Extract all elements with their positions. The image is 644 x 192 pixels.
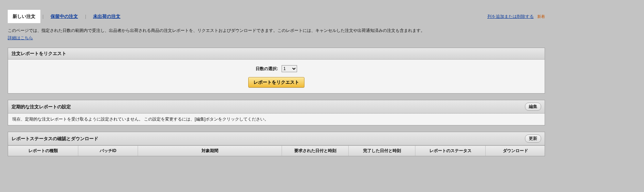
col-completed: 完了した日付と時刻 — [349, 146, 415, 156]
col-status: レポートのステータス — [415, 146, 486, 156]
col-download: ダウンロード — [486, 146, 545, 156]
tab-separator: | — [83, 14, 88, 19]
refresh-button[interactable]: 更新 — [525, 135, 541, 143]
report-status-panel: レポートステータスの確認とダウンロード 更新 レポートの種類 バッチID 対象期… — [8, 132, 545, 156]
tab-separator: | — [40, 14, 46, 19]
request-report-panel: 注文レポートをリクエスト 日数の選択: 1 レポートをリクエスト — [8, 48, 545, 94]
tab-new-orders[interactable]: 新しい注文 — [8, 10, 40, 23]
add-remove-columns-link[interactable]: 列を追加または削除する — [487, 14, 534, 20]
order-report-tabs: 新しい注文 | 保留中の注文 | 未出荷の注文 — [8, 10, 125, 23]
col-batch-id: バッチID — [78, 146, 138, 156]
scheduled-report-title: 定期的な注文レポートの設定 — [12, 104, 71, 110]
days-label: 日数の選択: — [256, 66, 278, 72]
tab-unshipped-orders[interactable]: 未出荷の注文 — [88, 10, 125, 23]
request-report-title: 注文レポートをリクエスト — [12, 50, 66, 57]
col-period: 対象期間 — [138, 146, 282, 156]
tab-pending-orders[interactable]: 保留中の注文 — [46, 10, 83, 23]
page-description: このページでは、指定された日数の範囲内で受注し、出品者から出荷される商品の注文レ… — [8, 28, 425, 33]
days-select[interactable]: 1 — [282, 65, 297, 72]
edit-button[interactable]: 編集 — [525, 103, 541, 111]
scheduled-report-panel: 定期的な注文レポートの設定 編集 現在、定期的な注文レポートを受け取るように設定… — [8, 100, 545, 125]
learn-more-link[interactable]: 詳細はこちら — [8, 35, 33, 41]
col-report-type: レポートの種類 — [8, 146, 78, 156]
new-badge: 新着 — [537, 14, 545, 19]
scheduled-report-message: 現在、定期的な注文レポートを受け取るように設定されていません。 この設定を変更す… — [8, 114, 545, 125]
col-requested: 要求された日付と時刻 — [282, 146, 349, 156]
report-status-table-header: レポートの種類 バッチID 対象期間 要求された日付と時刻 完了した日付と時刻 … — [8, 145, 545, 156]
request-report-button[interactable]: レポートをリクエスト — [248, 77, 304, 88]
report-status-title: レポートステータスの確認とダウンロード — [12, 136, 98, 142]
